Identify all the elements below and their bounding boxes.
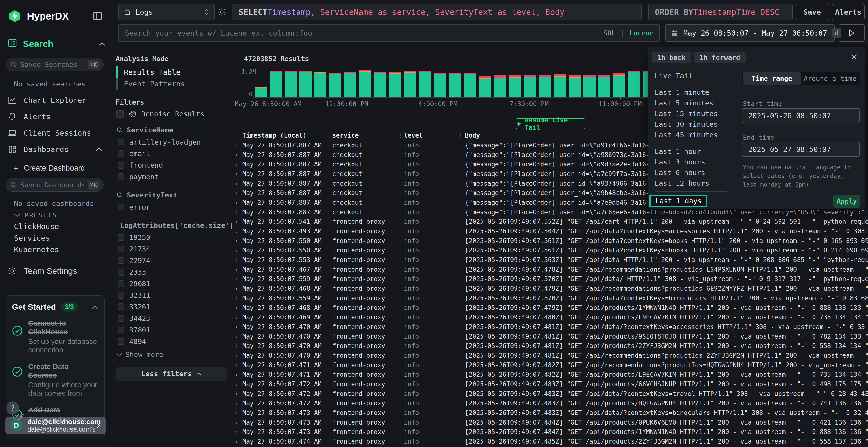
sidebar-collapse-icon[interactable] xyxy=(92,10,103,21)
column-resize-handle[interactable]: ⋮ xyxy=(397,132,404,139)
table-row[interactable]: › May 27 8:50:07.473 AM frontend-proxy i… xyxy=(232,418,868,427)
filter-value-row[interactable]: 19350 xyxy=(116,232,227,243)
end-time-input[interactable]: 2025-05-27 08:50:07 xyxy=(742,142,860,157)
filter-checkbox[interactable] xyxy=(118,204,124,210)
table-row[interactable]: › May 27 8:50:07.493 AM frontend-proxy i… xyxy=(232,227,868,236)
histogram-bar[interactable] xyxy=(584,75,595,97)
table-row[interactable]: › May 27 8:50:07.559 AM frontend-proxy i… xyxy=(232,274,868,284)
language-toggle-sql[interactable]: SQL xyxy=(603,29,616,37)
table-row[interactable]: › May 27 8:50:07.470 AM frontend-proxy i… xyxy=(232,341,868,351)
table-row[interactable]: › May 27 8:50:07.469 AM frontend-proxy i… xyxy=(232,312,868,322)
filter-value-row[interactable]: 4894 xyxy=(116,336,227,347)
filter-checkbox[interactable] xyxy=(118,315,124,322)
table-row[interactable]: › May 27 8:50:07.541 AM frontend-proxy i… xyxy=(232,217,868,227)
time-preset-last-2-days[interactable]: Last 2 days xyxy=(648,208,733,209)
row-expand-chevron[interactable]: › xyxy=(232,256,242,264)
histogram-bar[interactable] xyxy=(255,87,267,97)
dashboards-chevron-up-icon[interactable] xyxy=(96,147,102,151)
filter-checkbox[interactable] xyxy=(118,269,124,276)
row-expand-chevron[interactable]: › xyxy=(232,160,242,169)
histogram-bar[interactable] xyxy=(434,73,446,97)
preset-clickhouse[interactable]: ClickHouse xyxy=(14,222,59,231)
table-row[interactable]: › May 27 8:50:07.473 AM frontend-proxy i… xyxy=(232,427,868,437)
tab-event-patterns[interactable]: Event Patterns xyxy=(116,78,222,90)
filter-value-row[interactable]: 2333 xyxy=(116,266,227,278)
table-row[interactable]: › May 27 8:50:07.550 AM frontend-proxy i… xyxy=(232,236,868,246)
row-expand-chevron[interactable]: › xyxy=(232,189,242,197)
histogram-bar[interactable] xyxy=(419,71,431,97)
sql-select-input[interactable]: SELECT Timestamp, ServiceName as service… xyxy=(232,4,642,20)
filter-checkbox[interactable] xyxy=(118,338,124,345)
row-expand-chevron[interactable]: › xyxy=(232,351,242,359)
time-preset-last-30-minutes[interactable]: Last 30 minutes xyxy=(648,119,733,130)
row-expand-chevron[interactable]: › xyxy=(232,265,242,274)
row-expand-chevron[interactable]: › xyxy=(232,141,242,149)
apply-button[interactable]: Apply xyxy=(833,195,860,208)
row-expand-chevron[interactable]: › xyxy=(232,418,242,426)
filter-value-row[interactable]: 33261 xyxy=(116,301,227,313)
filter-value-row[interactable]: frontend xyxy=(116,160,227,171)
sidebar-item-client-sessions[interactable]: Client Sessions xyxy=(0,126,110,140)
row-expand-chevron[interactable]: › xyxy=(232,217,242,226)
histogram-bar[interactable] xyxy=(464,73,476,97)
lucene-search-input[interactable]: SQL | Lucene xyxy=(118,24,660,42)
row-expand-chevron[interactable]: › xyxy=(232,361,242,369)
table-row[interactable]: › May 27 8:50:07.468 AM frontend-proxy i… xyxy=(232,303,868,313)
denoise-checkbox[interactable] xyxy=(116,110,124,118)
tab-around-a-time[interactable]: Around a time xyxy=(801,72,859,84)
histogram-bar[interactable] xyxy=(270,71,282,97)
time-preset-last-12-hours[interactable]: Last 12 hours xyxy=(648,178,733,188)
filter-value-row[interactable]: email xyxy=(116,148,227,160)
search-events-field[interactable] xyxy=(124,29,598,38)
alerts-button[interactable]: Alerts xyxy=(832,4,865,20)
filter-value-row[interactable]: 37801 xyxy=(116,324,227,336)
preset-services[interactable]: Services xyxy=(14,234,50,242)
table-row[interactable]: › May 27 8:50:07.467 AM frontend-proxy i… xyxy=(232,265,868,274)
table-row[interactable]: › May 27 8:50:07.550 AM frontend-proxy i… xyxy=(232,246,868,255)
row-expand-chevron[interactable]: › xyxy=(232,170,242,178)
filter-checkbox[interactable] xyxy=(118,292,124,299)
filter-checkbox[interactable] xyxy=(118,326,124,333)
row-expand-chevron[interactable]: › xyxy=(232,389,242,398)
time-preset-last-3-hours[interactable]: Last 3 hours xyxy=(648,157,733,167)
col-service[interactable]: service xyxy=(332,132,404,139)
time-preset-last-15-minutes[interactable]: Last 15 minutes xyxy=(648,108,733,119)
table-row[interactable]: › May 27 8:50:07.470 AM frontend-proxy i… xyxy=(232,351,868,360)
filter-checkbox[interactable] xyxy=(118,246,124,252)
filter-checkbox[interactable] xyxy=(118,162,124,169)
histogram-bar[interactable] xyxy=(539,75,551,97)
row-expand-chevron[interactable]: › xyxy=(232,198,242,207)
row-expand-chevron[interactable]: › xyxy=(232,437,242,446)
row-expand-chevron[interactable]: › xyxy=(232,179,242,187)
filter-value-row[interactable]: payment xyxy=(116,171,227,182)
histogram-bar[interactable] xyxy=(284,71,297,97)
presets-toggle[interactable]: PRESETS xyxy=(14,211,57,219)
time-preset-last-1-hour[interactable]: Last 1 hour xyxy=(648,146,733,157)
row-expand-chevron[interactable]: › xyxy=(232,322,242,331)
time-preset-live-tail[interactable]: Live Tail xyxy=(648,71,733,81)
denoise-results-row[interactable]: Denoise Results xyxy=(116,110,205,118)
table-row[interactable]: › May 27 8:50:07.471 AM frontend-proxy i… xyxy=(232,370,868,380)
row-expand-chevron[interactable]: › xyxy=(232,370,242,379)
histogram-bar[interactable] xyxy=(344,72,356,97)
row-expand-chevron[interactable]: › xyxy=(232,313,242,321)
histogram-bar[interactable] xyxy=(300,71,311,97)
row-expand-chevron[interactable]: › xyxy=(232,150,242,159)
filter-checkbox[interactable] xyxy=(118,150,124,157)
order-by-input[interactable]: ORDER BY TimestampTime DESC xyxy=(648,4,793,20)
table-row[interactable]: › May 27 8:50:07.472 AM frontend-proxy i… xyxy=(232,389,868,399)
get-started-step-sources[interactable]: Create Data Sources Configure where your… xyxy=(12,362,99,398)
sidebar-item-search[interactable]: Search xyxy=(23,39,54,49)
histogram-bar[interactable] xyxy=(374,72,386,97)
one-hour-forward-button[interactable]: 1h forward xyxy=(694,52,745,63)
histogram-bar[interactable] xyxy=(359,70,371,97)
table-row[interactable]: › May 27 8:50:07.553 AM frontend-proxy i… xyxy=(232,255,868,265)
table-row[interactable]: › May 27 8:50:07.471 AM frontend-proxy i… xyxy=(232,360,868,370)
filter-value-row[interactable]: 34423 xyxy=(116,313,227,324)
row-expand-chevron[interactable]: › xyxy=(232,399,242,408)
table-row[interactable]: › May 27 8:50:07.472 AM frontend-proxy i… xyxy=(232,379,868,389)
filter-checkbox[interactable] xyxy=(118,257,124,264)
tab-time-range[interactable]: Time range xyxy=(743,72,801,84)
table-row[interactable]: › May 27 8:50:07.474 AM frontend-proxy i… xyxy=(232,437,868,446)
histogram-bar[interactable] xyxy=(509,75,521,97)
